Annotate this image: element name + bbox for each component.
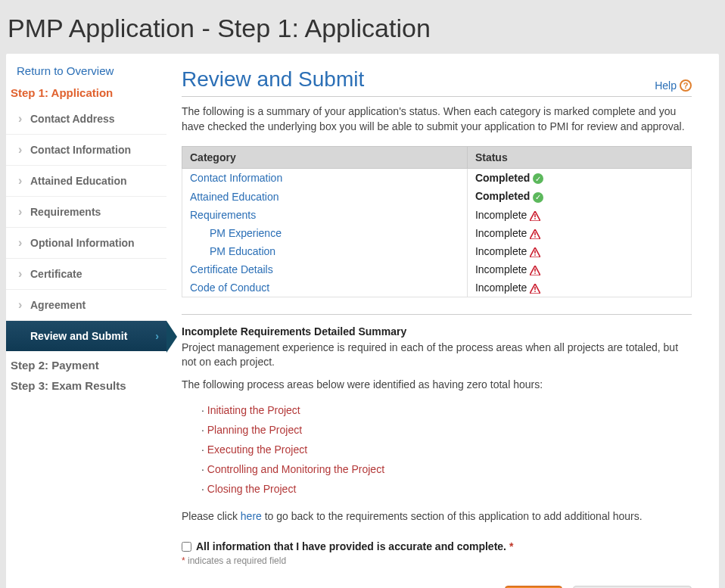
content-area: Review and Submit Help ? The following i… — [166, 54, 719, 588]
table-row: PM ExperienceIncomplete — [182, 224, 692, 242]
status-table: Category Status Contact InformationCompl… — [182, 146, 692, 297]
category-link[interactable]: Attained Education — [190, 191, 279, 203]
incomplete-para-1: Project management experience is require… — [182, 341, 692, 370]
svg-rect-13 — [535, 287, 537, 290]
warning-icon — [530, 266, 540, 275]
text: to go back to the requirements section o… — [262, 510, 643, 522]
divider — [182, 314, 692, 315]
status-text: Incomplete — [475, 282, 527, 294]
confirm-row: All information that I have provided is … — [182, 540, 692, 552]
list-item: Initiating the Project — [201, 400, 692, 420]
category-link[interactable]: Certificate Details — [190, 263, 273, 275]
confirm-label[interactable]: All information that I have provided is … — [196, 540, 513, 552]
zero-hours-list: Initiating the ProjectPlanning the Proje… — [182, 400, 692, 499]
nav-review-and-submit[interactable]: Review and Submit › — [6, 321, 166, 351]
status-text: Incomplete — [475, 263, 527, 275]
content-title: Review and Submit — [182, 67, 364, 92]
chevron-right-icon: › — [155, 330, 159, 342]
status-text: Completed — [475, 172, 530, 184]
category-link[interactable]: PM Experience — [210, 227, 282, 239]
step-2-label: Step 2: Payment — [6, 351, 166, 376]
table-row: PM EducationIncomplete — [182, 242, 692, 260]
svg-rect-11 — [535, 272, 537, 274]
svg-rect-5 — [535, 236, 537, 238]
col-status: Status — [467, 147, 691, 169]
status-text: Completed — [475, 190, 530, 202]
incomplete-para-2: The following process areas below were i… — [182, 378, 692, 393]
incomplete-heading: Incomplete Requirements Detailed Summary — [182, 325, 692, 338]
confirm-text: All information that I have provided is … — [196, 540, 506, 552]
table-row: Contact InformationCompleted✓ — [182, 169, 692, 188]
nav-optional-information[interactable]: Optional Information — [6, 228, 166, 259]
return-to-overview-link[interactable]: Return to Overview — [6, 64, 166, 83]
required-note: * indicates a required field — [182, 555, 692, 566]
please-click-para: Please click here to go back to the requ… — [182, 509, 692, 524]
warning-icon — [530, 247, 540, 257]
warning-icon — [530, 229, 540, 239]
list-item: Controlling and Monitoring the Project — [201, 459, 692, 479]
intro-text: The following is a summary of your appli… — [182, 104, 692, 134]
category-link[interactable]: Requirements — [190, 209, 256, 221]
svg-rect-8 — [535, 254, 537, 256]
help-link[interactable]: Help ? — [655, 79, 692, 92]
required-asterisk: * — [509, 540, 513, 552]
check-icon: ✓ — [533, 192, 543, 203]
main-panel: Return to Overview Step 1: Application C… — [6, 54, 719, 588]
page-title: PMP Application - Step 1: Application — [0, 0, 725, 54]
category-link[interactable]: Code of Conduct — [190, 282, 269, 294]
requirements-here-link[interactable]: here — [241, 510, 262, 522]
svg-rect-1 — [535, 214, 537, 217]
confirm-checkbox[interactable] — [182, 542, 191, 552]
content-header: Review and Submit Help ? — [182, 67, 692, 97]
category-link[interactable]: Contact Information — [190, 172, 282, 184]
svg-rect-14 — [535, 291, 537, 292]
table-row: RequirementsIncomplete — [182, 206, 692, 224]
nav-contact-address[interactable]: Contact Address — [6, 104, 166, 135]
req-note-text: indicates a required field — [185, 555, 286, 566]
table-row: Code of ConductIncomplete — [182, 278, 692, 297]
svg-rect-4 — [535, 232, 537, 235]
table-row: Attained EducationCompleted✓ — [182, 187, 692, 205]
category-link[interactable]: PM Education — [210, 245, 275, 257]
status-text: Incomplete — [475, 209, 527, 221]
nav-agreement[interactable]: Agreement — [6, 290, 166, 321]
svg-rect-10 — [535, 269, 537, 272]
nav-attained-education[interactable]: Attained Education — [6, 166, 166, 197]
nav-item-label: Review and Submit — [30, 330, 127, 342]
nav-contact-information[interactable]: Contact Information — [6, 135, 166, 166]
col-category: Category — [182, 147, 468, 169]
help-icon: ? — [680, 79, 692, 92]
step-3-label: Step 3: Exam Results — [6, 376, 166, 397]
check-icon: ✓ — [533, 173, 543, 184]
table-row: Certificate DetailsIncomplete — [182, 260, 692, 278]
text: Please click — [182, 510, 241, 522]
svg-rect-2 — [535, 218, 537, 219]
status-text: Incomplete — [475, 245, 527, 257]
warning-icon — [530, 284, 540, 294]
svg-rect-7 — [535, 250, 537, 254]
nav-requirements[interactable]: Requirements — [6, 197, 166, 228]
status-text: Incomplete — [475, 227, 527, 239]
step-1-label: Step 1: Application — [6, 83, 166, 104]
list-item: Closing the Project — [201, 479, 692, 499]
warning-icon — [530, 211, 540, 221]
help-label: Help — [655, 79, 677, 92]
list-item: Executing the Project — [201, 440, 692, 459]
nav-certificate[interactable]: Certificate — [6, 259, 166, 290]
list-item: Planning the Project — [201, 420, 692, 440]
sidebar: Return to Overview Step 1: Application C… — [6, 54, 166, 588]
